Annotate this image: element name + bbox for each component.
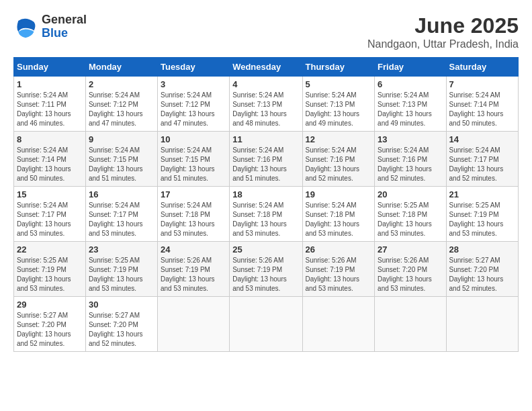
day-info: Sunrise: 5:25 AM Sunset: 7:18 PM Dayligh… xyxy=(378,201,443,238)
calendar-cell: 25Sunrise: 5:26 AM Sunset: 7:19 PM Dayli… xyxy=(230,242,302,297)
calendar-cell: 1Sunrise: 5:24 AM Sunset: 7:11 PM Daylig… xyxy=(14,77,86,132)
calendar-cell: 10Sunrise: 5:24 AM Sunset: 7:15 PM Dayli… xyxy=(157,132,229,187)
calendar-cell: 20Sunrise: 5:25 AM Sunset: 7:18 PM Dayli… xyxy=(375,187,446,242)
day-info: Sunrise: 5:24 AM Sunset: 7:16 PM Dayligh… xyxy=(378,146,443,183)
calendar-cell: 28Sunrise: 5:27 AM Sunset: 7:20 PM Dayli… xyxy=(446,242,518,297)
day-info: Sunrise: 5:25 AM Sunset: 7:19 PM Dayligh… xyxy=(17,256,83,293)
calendar-cell xyxy=(375,297,446,352)
day-number: 3 xyxy=(161,79,226,89)
logo-text: General Blue xyxy=(42,13,87,40)
day-number: 7 xyxy=(449,79,515,89)
calendar-cell: 23Sunrise: 5:25 AM Sunset: 7:19 PM Dayli… xyxy=(85,242,157,297)
logo-icon xyxy=(13,15,38,39)
day-number: 29 xyxy=(17,300,83,310)
day-info: Sunrise: 5:24 AM Sunset: 7:15 PM Dayligh… xyxy=(89,146,154,183)
calendar-cell: 24Sunrise: 5:26 AM Sunset: 7:19 PM Dayli… xyxy=(157,242,229,297)
day-info: Sunrise: 5:26 AM Sunset: 7:19 PM Dayligh… xyxy=(306,256,372,293)
calendar-cell: 17Sunrise: 5:24 AM Sunset: 7:18 PM Dayli… xyxy=(157,187,229,242)
day-info: Sunrise: 5:24 AM Sunset: 7:13 PM Dayligh… xyxy=(378,91,443,128)
calendar-cell xyxy=(230,297,302,352)
calendar-title: June 2025 xyxy=(367,13,519,38)
calendar-cell: 27Sunrise: 5:26 AM Sunset: 7:20 PM Dayli… xyxy=(375,242,446,297)
day-info: Sunrise: 5:24 AM Sunset: 7:15 PM Dayligh… xyxy=(161,146,226,183)
week-row-2: 8Sunrise: 5:24 AM Sunset: 7:14 PM Daylig… xyxy=(14,132,519,187)
day-info: Sunrise: 5:26 AM Sunset: 7:19 PM Dayligh… xyxy=(232,256,299,293)
day-info: Sunrise: 5:26 AM Sunset: 7:20 PM Dayligh… xyxy=(378,256,443,293)
day-number: 11 xyxy=(232,134,299,144)
weekday-monday: Monday xyxy=(85,58,157,77)
calendar-cell: 22Sunrise: 5:25 AM Sunset: 7:19 PM Dayli… xyxy=(14,242,86,297)
weekday-thursday: Thursday xyxy=(302,58,375,77)
day-number: 10 xyxy=(161,134,226,144)
title-area: June 2025 Nandgaon, Uttar Pradesh, India xyxy=(367,13,519,50)
day-number: 28 xyxy=(449,244,515,255)
day-number: 25 xyxy=(232,244,299,255)
day-number: 15 xyxy=(17,189,83,199)
day-number: 13 xyxy=(378,134,443,144)
day-number: 30 xyxy=(89,300,154,310)
day-info: Sunrise: 5:25 AM Sunset: 7:19 PM Dayligh… xyxy=(89,256,154,293)
calendar-cell: 7Sunrise: 5:24 AM Sunset: 7:14 PM Daylig… xyxy=(446,77,518,132)
day-info: Sunrise: 5:27 AM Sunset: 7:20 PM Dayligh… xyxy=(89,311,154,349)
calendar-cell: 2Sunrise: 5:24 AM Sunset: 7:12 PM Daylig… xyxy=(85,77,157,132)
calendar-cell: 18Sunrise: 5:24 AM Sunset: 7:18 PM Dayli… xyxy=(230,187,302,242)
weekday-saturday: Saturday xyxy=(446,58,518,77)
calendar-table: SundayMondayTuesdayWednesdayThursdayFrid… xyxy=(13,57,519,352)
day-info: Sunrise: 5:24 AM Sunset: 7:18 PM Dayligh… xyxy=(232,201,299,238)
day-info: Sunrise: 5:26 AM Sunset: 7:19 PM Dayligh… xyxy=(161,256,226,293)
weekday-tuesday: Tuesday xyxy=(157,58,229,77)
weekday-sunday: Sunday xyxy=(14,58,86,77)
calendar-cell: 5Sunrise: 5:24 AM Sunset: 7:13 PM Daylig… xyxy=(302,77,375,132)
calendar-cell: 13Sunrise: 5:24 AM Sunset: 7:16 PM Dayli… xyxy=(375,132,446,187)
day-number: 21 xyxy=(449,189,515,199)
day-number: 17 xyxy=(161,189,226,199)
day-info: Sunrise: 5:24 AM Sunset: 7:12 PM Dayligh… xyxy=(161,91,226,128)
day-info: Sunrise: 5:24 AM Sunset: 7:18 PM Dayligh… xyxy=(306,201,372,238)
week-row-4: 22Sunrise: 5:25 AM Sunset: 7:19 PM Dayli… xyxy=(14,242,519,297)
calendar-cell: 29Sunrise: 5:27 AM Sunset: 7:20 PM Dayli… xyxy=(14,297,86,352)
calendar-cell: 30Sunrise: 5:27 AM Sunset: 7:20 PM Dayli… xyxy=(85,297,157,352)
day-number: 16 xyxy=(89,189,154,199)
day-info: Sunrise: 5:24 AM Sunset: 7:16 PM Dayligh… xyxy=(232,146,299,183)
day-info: Sunrise: 5:24 AM Sunset: 7:17 PM Dayligh… xyxy=(17,201,83,238)
day-info: Sunrise: 5:25 AM Sunset: 7:19 PM Dayligh… xyxy=(449,201,515,238)
calendar-cell: 14Sunrise: 5:24 AM Sunset: 7:17 PM Dayli… xyxy=(446,132,518,187)
day-info: Sunrise: 5:24 AM Sunset: 7:14 PM Dayligh… xyxy=(17,146,83,183)
calendar-cell: 26Sunrise: 5:26 AM Sunset: 7:19 PM Dayli… xyxy=(302,242,375,297)
calendar-cell: 16Sunrise: 5:24 AM Sunset: 7:17 PM Dayli… xyxy=(85,187,157,242)
day-number: 14 xyxy=(449,134,515,144)
day-info: Sunrise: 5:24 AM Sunset: 7:16 PM Dayligh… xyxy=(306,146,372,183)
day-number: 12 xyxy=(306,134,372,144)
day-info: Sunrise: 5:24 AM Sunset: 7:13 PM Dayligh… xyxy=(232,91,299,128)
day-number: 8 xyxy=(17,134,83,144)
day-info: Sunrise: 5:27 AM Sunset: 7:20 PM Dayligh… xyxy=(17,311,83,349)
day-number: 9 xyxy=(89,134,154,144)
day-number: 2 xyxy=(89,79,154,89)
day-info: Sunrise: 5:24 AM Sunset: 7:11 PM Dayligh… xyxy=(17,91,83,128)
weekday-wednesday: Wednesday xyxy=(230,58,302,77)
calendar-cell: 12Sunrise: 5:24 AM Sunset: 7:16 PM Dayli… xyxy=(302,132,375,187)
week-row-3: 15Sunrise: 5:24 AM Sunset: 7:17 PM Dayli… xyxy=(14,187,519,242)
calendar-cell xyxy=(302,297,375,352)
calendar-cell: 3Sunrise: 5:24 AM Sunset: 7:12 PM Daylig… xyxy=(157,77,229,132)
day-number: 20 xyxy=(378,189,443,199)
day-info: Sunrise: 5:24 AM Sunset: 7:18 PM Dayligh… xyxy=(161,201,226,238)
day-info: Sunrise: 5:24 AM Sunset: 7:17 PM Dayligh… xyxy=(449,146,515,183)
calendar-cell: 4Sunrise: 5:24 AM Sunset: 7:13 PM Daylig… xyxy=(230,77,302,132)
day-number: 19 xyxy=(306,189,372,199)
calendar-subtitle: Nandgaon, Uttar Pradesh, India xyxy=(367,38,519,50)
calendar-cell xyxy=(446,297,518,352)
day-info: Sunrise: 5:24 AM Sunset: 7:13 PM Dayligh… xyxy=(306,91,372,128)
day-number: 1 xyxy=(17,79,83,89)
calendar-cell: 21Sunrise: 5:25 AM Sunset: 7:19 PM Dayli… xyxy=(446,187,518,242)
day-number: 26 xyxy=(306,244,372,255)
weekday-header-row: SundayMondayTuesdayWednesdayThursdayFrid… xyxy=(14,58,519,77)
week-row-5: 29Sunrise: 5:27 AM Sunset: 7:20 PM Dayli… xyxy=(14,297,519,352)
day-number: 6 xyxy=(378,79,443,89)
day-number: 22 xyxy=(17,244,83,255)
calendar-cell xyxy=(157,297,229,352)
day-number: 4 xyxy=(232,79,299,89)
calendar-cell: 15Sunrise: 5:24 AM Sunset: 7:17 PM Dayli… xyxy=(14,187,86,242)
day-number: 5 xyxy=(306,79,372,89)
day-info: Sunrise: 5:27 AM Sunset: 7:20 PM Dayligh… xyxy=(449,256,515,293)
